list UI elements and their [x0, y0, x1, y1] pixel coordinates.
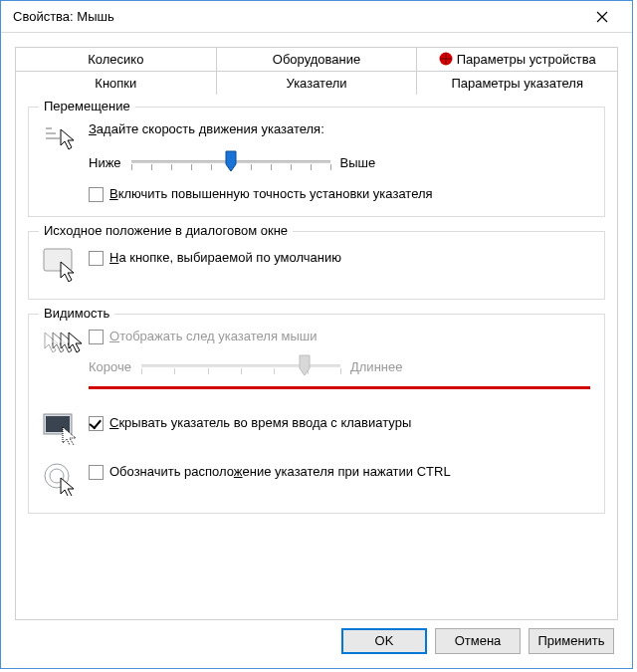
group-motion: Перемещение Задайте скорость движения ук…	[28, 107, 605, 217]
close-button[interactable]	[579, 2, 624, 32]
pointer-speed-slider[interactable]	[131, 148, 330, 176]
tab-wheel-label: Колесико	[88, 52, 143, 67]
cancel-button-label: Отмена	[455, 633, 502, 648]
snap-to-icon	[43, 246, 89, 285]
ok-button[interactable]: OK	[341, 628, 427, 654]
label-longer: Длиннее	[350, 359, 402, 374]
checkbox-pointer-trails[interactable]: Отображать след указателя мыши	[89, 329, 590, 344]
snap-to-label: На кнопке, выбираемой по умолчанию	[109, 250, 341, 265]
slider-thumb-icon	[298, 354, 312, 376]
tab-pointers[interactable]: Указатели	[217, 71, 418, 95]
tab-container: Колесико Оборудование Параметры устройст…	[15, 47, 618, 95]
ok-button-label: OK	[375, 633, 394, 648]
checkbox-icon	[89, 330, 104, 344]
checkbox-show-location-ctrl[interactable]: Обозначить расположение указателя при на…	[89, 464, 590, 480]
highlight-underline	[89, 386, 590, 389]
group-motion-legend: Перемещение	[39, 99, 135, 113]
pointer-trails-icon	[43, 329, 89, 363]
checkbox-icon	[89, 465, 104, 480]
titlebar: Свойства: Мышь	[1, 1, 632, 33]
label-slower: Ниже	[89, 155, 121, 170]
tab-row-back: Колесико Оборудование Параметры устройст…	[15, 47, 618, 71]
group-visibility: Видимость Отображать след ука	[28, 314, 605, 514]
checkbox-icon	[89, 416, 104, 431]
tab-row-front: Кнопки Указатели Параметры указателя	[15, 71, 618, 95]
tab-buttons-label: Кнопки	[95, 76, 136, 91]
tab-pointer-options[interactable]: Параметры указателя	[417, 71, 618, 95]
checkbox-hide-while-typing[interactable]: Скрывать указатель во время ввода с клав…	[89, 415, 590, 431]
checkbox-icon	[89, 251, 104, 266]
hide-while-typing-label: Скрывать указатель во время ввода с клав…	[109, 415, 411, 430]
enhance-precision-label: Включить повышенную точность установки у…	[109, 186, 433, 201]
hide-while-typing-icon	[43, 411, 89, 448]
dialog-buttons: OK Отмена Применить	[15, 620, 618, 658]
close-icon	[596, 11, 608, 23]
cancel-button[interactable]: Отмена	[435, 628, 521, 654]
tab-hardware[interactable]: Оборудование	[217, 47, 418, 71]
pointer-speed-icon	[43, 121, 89, 156]
dialog-content: Колесико Оборудование Параметры устройст…	[1, 33, 632, 668]
pointer-trails-label: Отображать след указателя мыши	[109, 329, 318, 343]
mouse-properties-window: Свойства: Мышь Колесико Оборудование Пар…	[0, 0, 633, 669]
group-visibility-legend: Видимость	[39, 306, 114, 321]
label-faster: Выше	[340, 155, 376, 170]
tab-wheel[interactable]: Колесико	[15, 47, 217, 71]
speed-caption: Задайте скорость движения указателя:	[89, 121, 590, 136]
show-location-ctrl-label: Обозначить расположение указателя при на…	[109, 464, 451, 479]
tab-device-params[interactable]: Параметры устройства	[417, 47, 618, 71]
apply-button-label: Применить	[537, 633, 604, 648]
trails-length-slider	[141, 352, 340, 380]
tab-pointers-label: Указатели	[286, 76, 346, 91]
show-location-icon	[43, 460, 89, 499]
tab-hardware-label: Оборудование	[273, 52, 360, 67]
svg-rect-3	[46, 416, 70, 432]
group-snap-to-legend: Исходное положение в диалоговом окне	[39, 223, 293, 238]
tab-pointer-options-label: Параметры указателя	[451, 76, 583, 91]
tab-buttons[interactable]: Кнопки	[15, 71, 217, 95]
window-title: Свойства: Мышь	[13, 9, 579, 24]
checkbox-snap-to[interactable]: На кнопке, выбираемой по умолчанию	[89, 250, 590, 266]
checkbox-icon	[89, 187, 104, 202]
tab-device-params-label: Параметры устройства	[457, 52, 596, 67]
checkbox-enhance-precision[interactable]: Включить повышенную точность установки у…	[89, 186, 590, 202]
label-shorter: Короче	[89, 359, 131, 374]
slider-thumb-icon	[224, 150, 238, 172]
group-snap-to: Исходное положение в диалоговом окне На …	[28, 231, 605, 300]
synaptics-icon	[439, 52, 453, 66]
tab-panel: Перемещение Задайте скорость движения ук…	[15, 94, 618, 620]
apply-button[interactable]: Применить	[529, 628, 614, 654]
